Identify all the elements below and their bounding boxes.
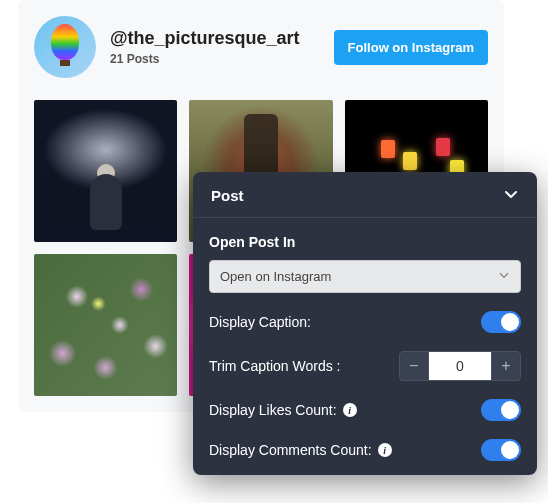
balloon-basket <box>60 60 70 66</box>
info-icon[interactable]: i <box>343 403 357 417</box>
chevron-down-icon[interactable] <box>503 186 519 205</box>
trim-caption-label: Trim Caption Words : <box>209 358 340 374</box>
profile-meta: @the_picturesque_art 21 Posts <box>110 28 300 66</box>
info-icon[interactable]: i <box>378 443 392 457</box>
display-comments-toggle[interactable] <box>481 439 521 461</box>
stepper-plus-button[interactable]: + <box>491 351 521 381</box>
post-thumb-1[interactable] <box>34 100 177 242</box>
panel-title: Post <box>211 187 244 204</box>
open-post-in-label: Open Post In <box>209 234 521 250</box>
profile-block: @the_picturesque_art 21 Posts <box>34 16 300 78</box>
display-caption-row: Display Caption: <box>209 311 521 333</box>
display-likes-row: Display Likes Count: i <box>209 399 521 421</box>
chevron-down-icon <box>498 269 510 284</box>
open-post-select[interactable]: Open on Instagram <box>209 260 521 293</box>
post-thumb-4[interactable] <box>34 254 177 396</box>
display-likes-label: Display Likes Count: i <box>209 402 357 418</box>
post-settings-panel: Post Open Post In Open on Instagram Disp… <box>193 172 537 475</box>
display-caption-toggle[interactable] <box>481 311 521 333</box>
posts-count: 21 Posts <box>110 52 300 66</box>
display-comments-label: Display Comments Count: i <box>209 442 392 458</box>
stepper-value[interactable]: 0 <box>429 351 491 381</box>
display-caption-label: Display Caption: <box>209 314 311 330</box>
trim-caption-row: Trim Caption Words : − 0 + <box>209 351 521 381</box>
trim-stepper: − 0 + <box>399 351 521 381</box>
stepper-minus-button[interactable]: − <box>399 351 429 381</box>
feed-header: @the_picturesque_art 21 Posts Follow on … <box>34 16 488 78</box>
avatar[interactable] <box>34 16 96 78</box>
panel-header[interactable]: Post <box>209 172 521 217</box>
follow-button[interactable]: Follow on Instagram <box>334 30 488 65</box>
display-comments-row: Display Comments Count: i <box>209 439 521 461</box>
profile-handle[interactable]: @the_picturesque_art <box>110 28 300 49</box>
divider <box>193 217 537 218</box>
select-value: Open on Instagram <box>220 269 331 284</box>
display-likes-toggle[interactable] <box>481 399 521 421</box>
balloon-graphic <box>51 24 79 60</box>
